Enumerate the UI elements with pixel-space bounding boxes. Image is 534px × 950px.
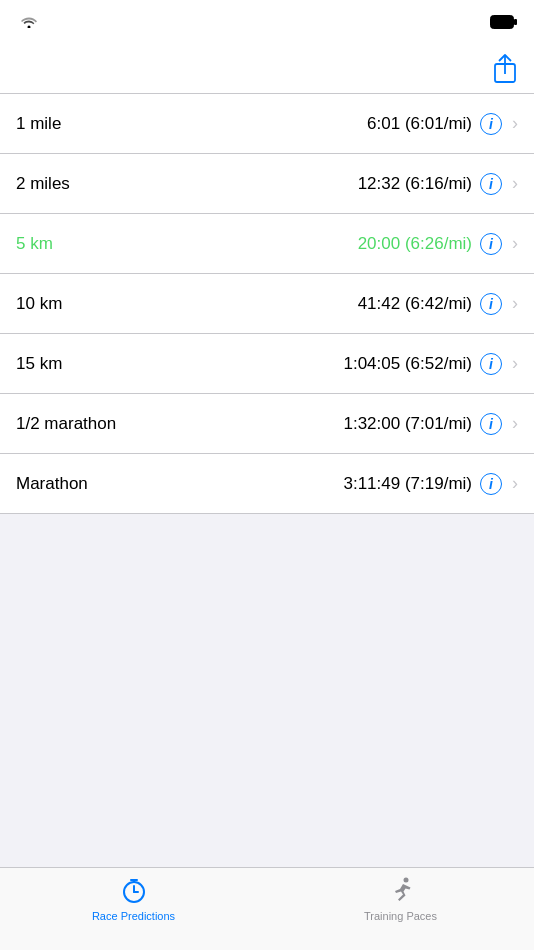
row-value: 6:01 (6:01/mi): [367, 114, 472, 134]
tab-training-paces[interactable]: Training Paces: [267, 874, 534, 922]
tab-race-predictions[interactable]: Race Predictions: [0, 874, 267, 922]
row-label: Marathon: [16, 474, 88, 494]
table-row[interactable]: 1 mile 6:01 (6:01/mi) i ›: [0, 94, 534, 154]
info-button[interactable]: i: [480, 353, 502, 375]
table-row[interactable]: 1/2 marathon 1:32:00 (7:01/mi) i ›: [0, 394, 534, 454]
row-label: 10 km: [16, 294, 62, 314]
row-label: 2 miles: [16, 174, 70, 194]
table-row[interactable]: Marathon 3:11:49 (7:19/mi) i ›: [0, 454, 534, 514]
row-right: 1:04:05 (6:52/mi) i ›: [343, 353, 518, 375]
battery-icon: [490, 15, 518, 29]
share-button[interactable]: [492, 54, 518, 84]
row-right: 3:11:49 (7:19/mi) i ›: [343, 473, 518, 495]
row-label: 1/2 marathon: [16, 414, 116, 434]
tab-race-predictions-label: Race Predictions: [92, 910, 175, 922]
row-label: 15 km: [16, 354, 62, 374]
row-value: 41:42 (6:42/mi): [358, 294, 472, 314]
table-row[interactable]: 10 km 41:42 (6:42/mi) i ›: [0, 274, 534, 334]
info-button[interactable]: i: [480, 413, 502, 435]
table-row[interactable]: 2 miles 12:32 (6:16/mi) i ›: [0, 154, 534, 214]
table-row[interactable]: 5 km 20:00 (6:26/mi) i ›: [0, 214, 534, 274]
row-right: 41:42 (6:42/mi) i ›: [358, 293, 518, 315]
carrier-label: [16, 14, 37, 31]
row-label: 1 mile: [16, 114, 61, 134]
table-row[interactable]: 15 km 1:04:05 (6:52/mi) i ›: [0, 334, 534, 394]
chevron-right-icon: ›: [512, 293, 518, 314]
row-label: 5 km: [16, 234, 53, 254]
chevron-right-icon: ›: [512, 233, 518, 254]
svg-rect-0: [491, 16, 514, 29]
svg-point-9: [403, 878, 408, 883]
status-bar: [0, 0, 534, 44]
training-paces-icon: [385, 874, 417, 906]
chevron-right-icon: ›: [512, 413, 518, 434]
race-predictions-icon: [118, 874, 150, 906]
tab-training-paces-label: Training Paces: [364, 910, 437, 922]
info-button[interactable]: i: [480, 473, 502, 495]
chevron-right-icon: ›: [512, 353, 518, 374]
empty-space: [0, 550, 534, 867]
row-right: 1:32:00 (7:01/mi) i ›: [343, 413, 518, 435]
info-button[interactable]: i: [480, 293, 502, 315]
chevron-right-icon: ›: [512, 173, 518, 194]
row-value: 20:00 (6:26/mi): [358, 234, 472, 254]
row-right: 20:00 (6:26/mi) i ›: [358, 233, 518, 255]
chevron-right-icon: ›: [512, 473, 518, 494]
row-value: 3:11:49 (7:19/mi): [343, 474, 472, 494]
race-pace-table: 1 mile 6:01 (6:01/mi) i › 2 miles 12:32 …: [0, 94, 534, 514]
info-button[interactable]: i: [480, 233, 502, 255]
chevron-right-icon: ›: [512, 113, 518, 134]
row-value: 12:32 (6:16/mi): [358, 174, 472, 194]
row-right: 12:32 (6:16/mi) i ›: [358, 173, 518, 195]
info-button[interactable]: i: [480, 113, 502, 135]
wifi-icon: [21, 14, 37, 31]
tab-bar: Race Predictions Training Paces: [0, 867, 534, 950]
row-value: 1:32:00 (7:01/mi): [343, 414, 472, 434]
svg-rect-1: [514, 19, 517, 25]
nav-bar: [0, 44, 534, 94]
section-separator: [0, 514, 534, 550]
row-value: 1:04:05 (6:52/mi): [343, 354, 472, 374]
row-right: 6:01 (6:01/mi) i ›: [367, 113, 518, 135]
info-button[interactable]: i: [480, 173, 502, 195]
